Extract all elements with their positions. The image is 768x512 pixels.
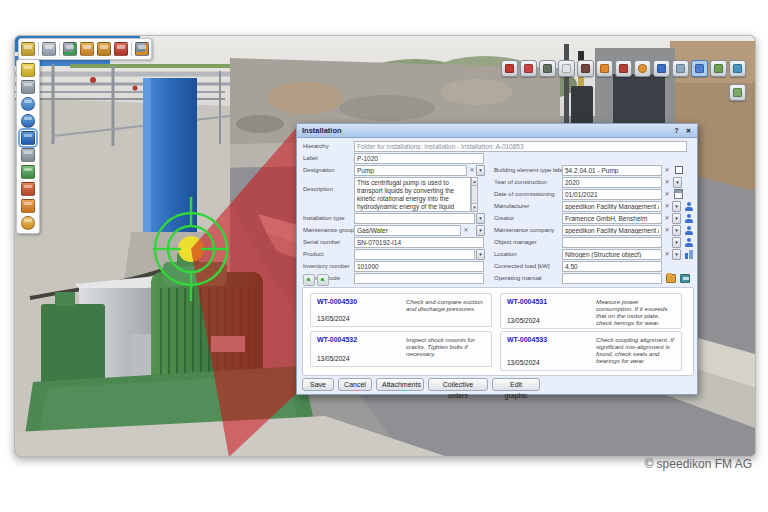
map-icon[interactable]: [539, 60, 556, 77]
link-icon[interactable]: [653, 60, 670, 77]
folder-export-icon[interactable]: [666, 274, 676, 283]
description-scrollbar[interactable]: ▴ ▾: [471, 177, 478, 212]
chart-icon[interactable]: [596, 60, 613, 77]
save-button[interactable]: Save: [302, 378, 334, 391]
description-field[interactable]: This centrifugal pump is used to transpo…: [354, 177, 471, 212]
manufacturer-field[interactable]: [562, 201, 662, 212]
installation-type-field[interactable]: [354, 213, 475, 224]
operating-manual-field[interactable]: [562, 273, 662, 284]
connected-load-field[interactable]: [562, 261, 662, 272]
dropdown-icon[interactable]: ▾: [476, 249, 485, 260]
navigate-icon[interactable]: [672, 60, 689, 77]
folder-image-icon[interactable]: [97, 42, 111, 56]
ticket-id-link[interactable]: WT-0004533: [507, 336, 547, 343]
dropdown-icon[interactable]: ▾: [672, 225, 681, 236]
dropdown-icon[interactable]: ▾: [672, 201, 681, 212]
print-icon[interactable]: [42, 42, 56, 56]
scroll-up-icon[interactable]: ▴: [472, 178, 477, 186]
person-icon[interactable]: [685, 237, 693, 248]
location-field[interactable]: [562, 249, 662, 260]
cluster-icon[interactable]: [520, 60, 537, 77]
magnifier-icon[interactable]: [558, 60, 575, 77]
calculator-icon[interactable]: [21, 80, 35, 94]
globe-icon[interactable]: [21, 114, 35, 128]
clear-icon[interactable]: ✕: [468, 165, 476, 176]
building-icon[interactable]: [685, 249, 694, 260]
work-ticket-card[interactable]: WT-0004530 13/05/2024 Check and compare …: [310, 293, 492, 327]
scanner-code-field[interactable]: [354, 273, 484, 284]
ticket-id-link[interactable]: WT-0004530: [317, 298, 357, 305]
dropdown-icon[interactable]: ▾: [672, 249, 681, 260]
clear-icon[interactable]: ✕: [663, 165, 671, 176]
machine-icon[interactable]: [577, 60, 594, 77]
year-of-construction-field[interactable]: [562, 177, 662, 188]
clear-icon[interactable]: ✕: [663, 225, 671, 236]
ticket-id-link[interactable]: WT-0004532: [317, 336, 357, 343]
ticket-id-link[interactable]: WT-0004531: [507, 298, 547, 305]
maintenance-group-field[interactable]: [354, 225, 461, 236]
edit-graphic-button[interactable]: Edit graphic: [492, 378, 540, 391]
camera-icon[interactable]: [729, 84, 746, 101]
serial-number-field[interactable]: [354, 237, 484, 248]
building-element-type-field[interactable]: [562, 165, 662, 176]
close-icon[interactable]: ✕: [684, 126, 693, 135]
help-icon[interactable]: ?: [672, 126, 681, 135]
clear-icon[interactable]: ✕: [663, 213, 671, 224]
hydrant-icon[interactable]: [634, 60, 651, 77]
collapse-all-icon[interactable]: [317, 274, 329, 286]
dropdown-icon[interactable]: ▾: [672, 213, 681, 224]
chart-red-icon[interactable]: [21, 182, 35, 196]
clear-icon[interactable]: ✕: [663, 189, 671, 200]
photo-icon[interactable]: [710, 60, 727, 77]
dialog-titlebar[interactable]: Installation ? ✕: [297, 124, 697, 138]
attachments-button[interactable]: Attachments: [376, 378, 424, 391]
arrow-selected-icon[interactable]: [691, 60, 708, 77]
dropdown-icon[interactable]: ▾: [673, 177, 682, 188]
person-icon[interactable]: [685, 201, 693, 212]
tools-icon[interactable]: [615, 60, 632, 77]
calendar-icon[interactable]: [674, 189, 683, 199]
work-ticket-card[interactable]: WT-0004533 13/05/2024 Check coupling ali…: [500, 331, 682, 371]
designation-field[interactable]: [354, 165, 467, 176]
cancel-button[interactable]: Cancel: [338, 378, 372, 391]
image-export-icon[interactable]: [80, 42, 94, 56]
date-of-commissioning-field[interactable]: [562, 189, 662, 200]
globe2-icon[interactable]: [729, 60, 746, 77]
creator-field[interactable]: [562, 213, 662, 224]
monitor-export-icon[interactable]: [63, 42, 77, 56]
settings-icon[interactable]: [135, 42, 149, 56]
collective-orders-button[interactable]: Collective orders: [428, 378, 488, 391]
work-ticket-card[interactable]: WT-0004531 13/05/2024 Measure power cons…: [500, 293, 682, 329]
window-red-icon[interactable]: [114, 42, 128, 56]
clear-icon[interactable]: ✕: [663, 201, 671, 212]
maintenance-company-field[interactable]: [562, 225, 662, 236]
image-blue-icon[interactable]: [21, 131, 35, 145]
clear-icon[interactable]: ✕: [462, 225, 470, 236]
product-field[interactable]: [354, 249, 475, 260]
dropdown-icon[interactable]: ▾: [476, 225, 485, 236]
clear-icon[interactable]: ✕: [663, 177, 671, 188]
manual-book-icon[interactable]: [680, 274, 690, 283]
photo-green-icon[interactable]: [21, 165, 35, 179]
person-icon[interactable]: [685, 213, 693, 224]
scroll-down-icon[interactable]: ▾: [472, 203, 477, 211]
checkbox-icon[interactable]: [675, 166, 683, 174]
compass-icon[interactable]: [21, 97, 35, 111]
label-field[interactable]: [354, 153, 484, 164]
dropdown-icon[interactable]: ▾: [476, 165, 485, 176]
sphere-orange-icon[interactable]: [21, 216, 35, 230]
work-ticket-card[interactable]: WT-0004532 13/05/2024 Inspect shock moun…: [310, 331, 492, 367]
inventory-number-field[interactable]: [354, 261, 484, 272]
pencil-icon[interactable]: [21, 63, 35, 77]
clear-icon[interactable]: ✕: [663, 249, 671, 260]
hierarchy-field[interactable]: [354, 141, 687, 152]
grid-icon[interactable]: [21, 148, 35, 162]
key-icon[interactable]: [21, 42, 35, 56]
marker-icon[interactable]: [501, 60, 518, 77]
dropdown-icon[interactable]: ▾: [476, 213, 485, 224]
expand-all-icon[interactable]: [303, 274, 315, 286]
chart-orange-icon[interactable]: [21, 199, 35, 213]
person-icon[interactable]: [685, 225, 693, 236]
object-manager-field[interactable]: [562, 237, 662, 248]
dropdown-icon[interactable]: ▾: [672, 237, 681, 248]
